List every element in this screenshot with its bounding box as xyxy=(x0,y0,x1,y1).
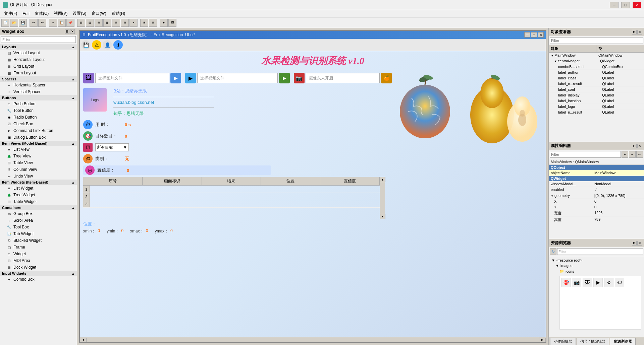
oi-row-label-n-result[interactable]: label_n...result QLabel xyxy=(549,110,644,115)
menu-file[interactable]: 文件(F) xyxy=(1,10,20,17)
tb-copy[interactable]: 📋 xyxy=(58,19,66,27)
section-containers[interactable]: Containers ▲ xyxy=(0,205,77,210)
widget-undo-view[interactable]: ↩ Undo View xyxy=(0,173,77,180)
widget-tree-view[interactable]: 🌲 Tree View xyxy=(0,153,77,159)
designer-scrollbar-h[interactable]: ◀ ▶ xyxy=(80,337,546,342)
pe-edit-button[interactable]: ✏ xyxy=(636,151,643,158)
widget-radio-button[interactable]: ◉ Radio Button xyxy=(0,114,77,121)
oi-row-label-c-result[interactable]: label_c...result QLabel xyxy=(549,81,644,87)
widget-horizontal-layout[interactable]: ▥ Horizontal Layout xyxy=(0,56,77,63)
widget-box-filter-input[interactable] xyxy=(1,36,76,43)
pe-remove-button[interactable]: − xyxy=(629,151,636,158)
tb-layout2[interactable]: ▥ xyxy=(86,19,94,27)
tb-new[interactable]: 📄 xyxy=(1,19,9,27)
tb-resources[interactable]: 🖼 xyxy=(168,19,176,27)
widget-tool-button[interactable]: 🔧 Tool Button xyxy=(0,107,77,114)
close-button[interactable]: ✕ xyxy=(633,2,641,8)
image-file-input[interactable]: 选择图片文件 xyxy=(95,73,169,83)
oi-row-label-class[interactable]: label_class QLabel xyxy=(549,75,644,81)
section-buttons[interactable]: Buttons ▲ xyxy=(0,95,77,100)
designer-restore[interactable]: □ xyxy=(531,32,537,38)
maximize-button[interactable]: □ xyxy=(621,2,630,8)
designer-close[interactable]: ✕ xyxy=(538,32,544,38)
widget-table-widget[interactable]: ⊞ Table Widget xyxy=(0,198,77,205)
camera-browse-button[interactable]: 🍊 xyxy=(381,73,392,83)
widget-v-spacer[interactable]: ↕ Vertical Spacer xyxy=(0,88,77,95)
widget-column-view[interactable]: ⫴ Column View xyxy=(0,166,77,173)
widget-frame[interactable]: ▢ Frame xyxy=(0,244,77,251)
tb-align1[interactable]: ⊞ xyxy=(140,19,148,27)
pe-row-y[interactable]: Y 0 xyxy=(549,204,644,210)
pe-close[interactable]: ✕ xyxy=(637,144,642,148)
tb-undo[interactable]: ↩ xyxy=(30,19,38,27)
pe-row-windowmodal[interactable]: windowModal... NonModal xyxy=(549,181,644,187)
tb-open[interactable]: 📂 xyxy=(10,19,18,27)
widget-group-box[interactable]: ▭ Group Box xyxy=(0,210,77,217)
menu-settings[interactable]: 设置(S) xyxy=(70,10,89,17)
oi-row-combobox[interactable]: comboB...select QComboBox xyxy=(549,64,644,70)
video-browse-button[interactable]: ▶ xyxy=(279,73,290,83)
widget-box-float[interactable]: ⊟ xyxy=(65,29,69,34)
widget-tab-widget[interactable]: 📑 Tab Widget xyxy=(0,230,77,237)
widget-dock-widget[interactable]: ⊞ Dock Widget xyxy=(0,264,77,271)
tb-paste[interactable]: 📌 xyxy=(66,19,74,27)
pe-row-height[interactable]: 高度 789 xyxy=(549,217,644,223)
tab-action-editor[interactable]: 动作编辑器 xyxy=(550,338,576,345)
oi-row-label-logo[interactable]: label_logo QLabel xyxy=(549,104,644,110)
oi-row-label-conf[interactable]: label_conf QLabel xyxy=(549,87,644,92)
widget-table-view[interactable]: ⊞ Table View xyxy=(0,159,77,166)
pe-add-button[interactable]: + xyxy=(622,151,628,158)
widget-push-button[interactable]: □ Push Button xyxy=(0,100,77,107)
widget-box-close[interactable]: ✕ xyxy=(70,29,75,34)
designer-minimize[interactable]: ─ xyxy=(524,32,530,38)
scroll-down[interactable]: ▼ xyxy=(380,214,385,219)
pe-row-geometry[interactable]: ▼geometry [(0, 0), 1226 x 789] xyxy=(549,193,644,199)
pe-filter-input[interactable] xyxy=(550,151,621,158)
toolbar-save-icon[interactable]: 💾 xyxy=(81,40,91,50)
image-browse-button[interactable]: ▶ xyxy=(170,73,181,83)
tb-break[interactable]: ✕ xyxy=(129,19,138,27)
tb-save[interactable]: 💾 xyxy=(19,19,27,27)
scroll-right-arrow[interactable]: ▶ xyxy=(539,338,546,342)
minimize-button[interactable]: ─ xyxy=(610,2,619,8)
rb-item-icons[interactable]: 📁 icons xyxy=(550,268,643,274)
tb-layout4[interactable]: ▦ xyxy=(103,19,111,27)
widget-grid-layout[interactable]: ⊞ Grid Layout xyxy=(0,63,77,70)
tb-layout5[interactable]: ⊟ xyxy=(112,19,120,27)
target-dropdown[interactable]: 所有目标 ▼ xyxy=(95,143,129,151)
widget-scroll-area[interactable]: ↕ Scroll Area xyxy=(0,217,77,224)
oi-row-label-display[interactable]: label_display QLabel xyxy=(549,92,644,98)
oi-row-label-location[interactable]: label_location QLabel xyxy=(549,98,644,104)
pe-row-width[interactable]: 宽度 1226 xyxy=(549,210,644,217)
toolbar-info-icon[interactable]: ℹ xyxy=(113,40,123,50)
rb-float[interactable]: ⊟ xyxy=(632,241,637,246)
pe-row-x[interactable]: X 0 xyxy=(549,199,644,204)
rb-refresh-button[interactable]: ↻ xyxy=(550,248,556,255)
widget-tool-box[interactable]: 🔧 Tool Box xyxy=(0,224,77,230)
menu-edit[interactable]: Edit xyxy=(20,11,32,17)
widget-mdi-area[interactable]: ⊟ MDI Area xyxy=(0,257,77,264)
widget-tree-widget[interactable]: 🌲 Tree Widget xyxy=(0,192,77,198)
pe-float[interactable]: ⊟ xyxy=(632,144,637,148)
section-input-widgets[interactable]: Input Widgets ▲ xyxy=(0,271,77,276)
tb-layout6[interactable]: ⊞ xyxy=(121,19,129,27)
camera-input[interactable]: 摄像头未开启 xyxy=(306,73,380,83)
widget-check-box[interactable]: ☑ Check Box xyxy=(0,121,77,127)
widget-command-link-button[interactable]: ➤ Command Link Button xyxy=(0,127,77,134)
oi-float[interactable]: ⊟ xyxy=(632,30,637,34)
oi-row-centralwidget[interactable]: ▼centralwidget QWidget xyxy=(549,58,644,64)
tb-cut[interactable]: ✂ xyxy=(49,19,57,27)
tab-signal-slot[interactable]: 信号 / 槽编辑器 xyxy=(577,338,609,345)
scroll-up[interactable]: ▲ xyxy=(380,177,385,182)
widget-h-spacer[interactable]: ↔ Horizontal Spacer xyxy=(0,82,77,88)
toolbar-warning-icon[interactable]: ⚠ xyxy=(92,40,101,50)
tab-resource-browser[interactable]: 资源浏览器 xyxy=(610,338,636,345)
scroll-left-arrow[interactable]: ◀ xyxy=(80,338,87,342)
oi-row-label-author[interactable]: label_author QLabel xyxy=(549,70,644,75)
rb-item-images[interactable]: ▼ images xyxy=(550,263,643,268)
menu-help[interactable]: 帮助(H) xyxy=(109,10,128,17)
section-spacers[interactable]: Spacers ▲ xyxy=(0,76,77,82)
tb-align2[interactable]: ⊟ xyxy=(149,19,157,27)
video-file-input[interactable]: 选择视频文件 xyxy=(197,73,278,83)
tb-redo[interactable]: ↪ xyxy=(38,19,46,27)
